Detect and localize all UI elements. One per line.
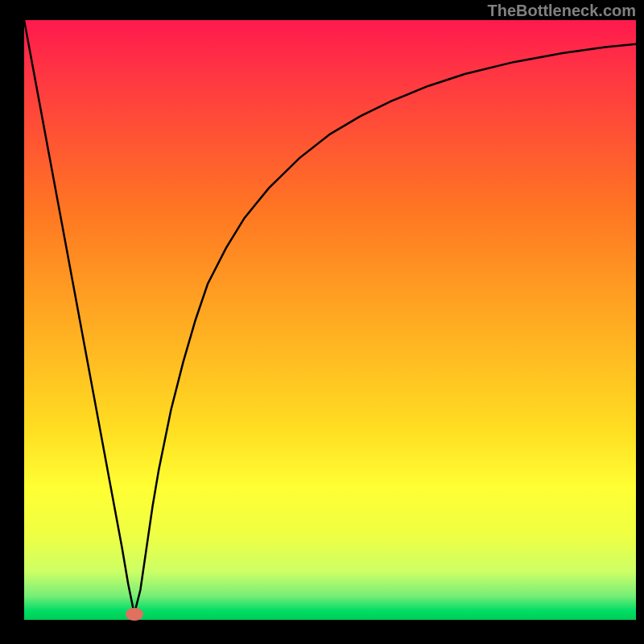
bottleneck-curve: [24, 20, 636, 614]
plot-area: [24, 20, 636, 620]
optimum-marker: [126, 608, 143, 621]
chart-frame: TheBottleneck.com: [0, 0, 644, 644]
watermark-text: TheBottleneck.com: [488, 2, 636, 20]
curve-layer: [24, 20, 636, 620]
